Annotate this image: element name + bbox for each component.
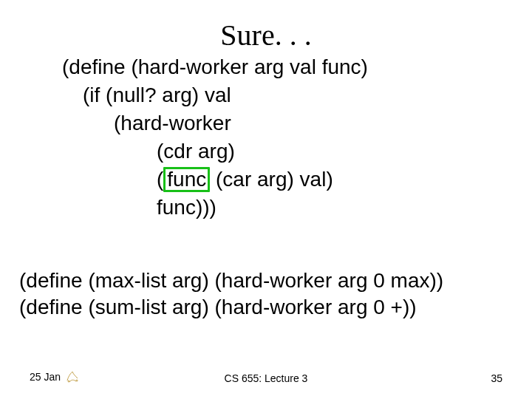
footer-page-number: 35 xyxy=(491,372,502,384)
code-line-2: (if (null? arg) val xyxy=(62,81,368,109)
slide-title: Sure. . . xyxy=(0,18,532,52)
slide: Sure. . . (define (hard-worker arg val f… xyxy=(0,0,532,399)
lower-line-1: (define (max-list arg) (hard-worker arg … xyxy=(19,267,443,294)
lower-line-2: (define (sum-list arg) (hard-worker arg … xyxy=(19,294,443,321)
code-line-5: (func (car arg) val) xyxy=(62,166,368,194)
highlighted-func: func xyxy=(163,167,210,192)
code-line-6: func))) xyxy=(62,194,368,222)
paren-open: ( xyxy=(157,168,163,191)
footer-course: CS 655: Lecture 3 xyxy=(0,372,532,384)
code-line-4: (cdr arg) xyxy=(62,137,368,166)
code-line-1: (define (hard-worker arg val func) xyxy=(62,53,368,81)
code-block-lower: (define (max-list arg) (hard-worker arg … xyxy=(19,267,443,321)
code-line-5-rest: (car arg) val) xyxy=(210,168,332,191)
code-block-main: (define (hard-worker arg val func) (if (… xyxy=(62,53,368,222)
code-line-3: (hard-worker xyxy=(62,109,368,137)
